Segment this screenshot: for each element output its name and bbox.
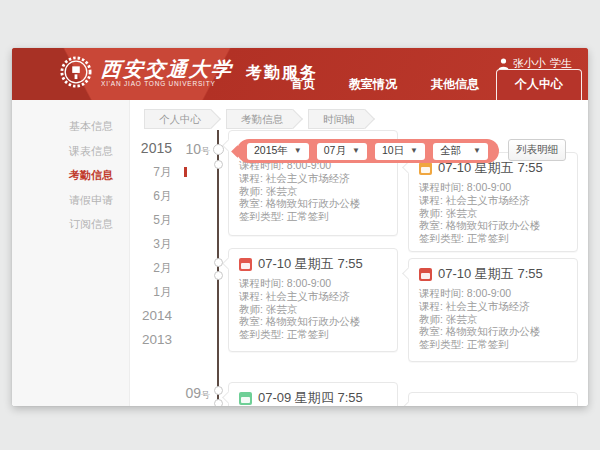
- brand-titles: 西安交通大学 XI'AN JIAO TONG UNIVERSITY: [101, 58, 233, 87]
- timeline-rail-label[interactable]: 2月: [130, 256, 182, 280]
- filter-bar: 2015年▼07月▼10日▼全部▼: [237, 139, 499, 163]
- timeline-rail-label[interactable]: 7月: [130, 160, 182, 184]
- card-field: 课程: 社会主义市场经济: [239, 172, 387, 185]
- calendar-icon: [239, 258, 252, 271]
- breadcrumb-item-3[interactable]: 时间轴: [308, 109, 365, 129]
- card-field: 课程时间: 8:00-9:00: [239, 277, 387, 290]
- card-title: 07-10 星期五 7:55: [438, 265, 543, 283]
- card-field: 课程时间: 8:00-9:00: [419, 181, 567, 194]
- nav-item-home[interactable]: 首页: [274, 70, 332, 100]
- timeline-rail-label[interactable]: 2013: [130, 328, 182, 352]
- card-field: 教师: 张芸京: [239, 185, 387, 198]
- timeline-rail-label[interactable]: 6月: [130, 184, 182, 208]
- filter-select-value: 2015年: [254, 144, 288, 158]
- caret-down-icon: ▼: [473, 147, 481, 155]
- timeline-rail-label[interactable]: 3月: [130, 232, 182, 256]
- timeline-rail: 20157月6月5月3月2月1月20142013: [130, 136, 182, 352]
- timeline-rail-label[interactable]: 1月: [130, 280, 182, 304]
- breadcrumb-item-1[interactable]: 个人中心: [144, 109, 211, 129]
- timeline-day-marker: 10号: [160, 140, 210, 158]
- card-header-row: 07-10 星期五 7:55: [419, 266, 567, 282]
- attendance-card: 07-10 星期五 7:55课程时间: 8:00-9:00课程: 社会主义市场经…: [408, 152, 578, 252]
- card-field: 课程: 社会主义市场经济: [239, 290, 387, 303]
- card-field: 教师: 张芸京: [239, 303, 387, 316]
- nav-item-classrooms[interactable]: 教室情况: [332, 70, 414, 100]
- filter-select-value: 全部: [440, 144, 461, 158]
- timeline-node: [214, 258, 223, 267]
- timeline-rail-label[interactable]: 5月: [130, 208, 182, 232]
- timeline-line: [217, 130, 219, 406]
- card-field: 课程: 社会主义市场经济: [419, 300, 567, 313]
- main-nav: 首页教室情况其他信息个人中心: [274, 74, 582, 100]
- filter-select-day[interactable]: 10日▼: [375, 143, 425, 160]
- timeline-node: [214, 386, 223, 395]
- timeline-node: [214, 399, 223, 406]
- day-number: 09: [185, 385, 201, 401]
- day-suffix: 号: [201, 390, 210, 400]
- card-field: 教室: 格物致知行政办公楼: [239, 315, 387, 328]
- sidebar-item-attendance-info[interactable]: 考勤信息: [12, 163, 129, 188]
- timeline-node: [214, 271, 223, 280]
- card-field: 教室: 格物致知行政办公楼: [419, 219, 567, 232]
- card-field: 教室: 格物致知行政办公楼: [239, 197, 387, 210]
- card-field: 教师: 张芸京: [419, 207, 567, 220]
- day-number: 10: [185, 141, 201, 157]
- calendar-icon: [419, 162, 432, 175]
- card-field: 签到类型: 正常签到: [239, 328, 387, 341]
- filter-select-year[interactable]: 2015年▼: [247, 143, 309, 160]
- card-field: 教室: 格物致知行政办公楼: [419, 325, 567, 338]
- attendance-card: 07-09 星期四 7:55: [228, 382, 398, 406]
- app-header: 西安交通大学 XI'AN JIAO TONG UNIVERSITY 考勤服务 张…: [12, 48, 588, 100]
- card-title: 07-10 星期五 7:55: [258, 255, 363, 273]
- university-seal-logo: [60, 56, 92, 88]
- timeline-rail-label[interactable]: 2014: [130, 304, 182, 328]
- calendar-icon: [419, 268, 432, 281]
- card-field: 教师: 张芸京: [419, 313, 567, 326]
- sidebar: 基本信息课表信息考勤信息请假申请订阅信息: [12, 100, 130, 406]
- card-field: 签到类型: 正常签到: [239, 210, 387, 223]
- filter-select-month[interactable]: 07月▼: [317, 143, 367, 160]
- card-field: 课程时间: 8:00-9:00: [419, 287, 567, 300]
- user-icon: [498, 58, 509, 70]
- attendance-card: 07-10 星期五 7:55课程时间: 8:00-9:00课程: 社会主义市场经…: [228, 248, 398, 352]
- nav-item-other-info[interactable]: 其他信息: [414, 70, 496, 100]
- sidebar-item-leave-application[interactable]: 请假申请: [12, 188, 129, 213]
- card-field: 签到类型: 正常签到: [419, 232, 567, 245]
- nav-item-personal-center[interactable]: 个人中心: [496, 69, 582, 100]
- filter-select-value: 07月: [324, 144, 346, 158]
- sidebar-item-subscription-info[interactable]: 订阅信息: [12, 212, 129, 237]
- timeline-node: [213, 144, 224, 155]
- content-area: 基本信息课表信息考勤信息请假申请订阅信息 个人中心考勤信息时间轴 20157月6…: [12, 100, 588, 406]
- calendar-icon: [239, 392, 252, 405]
- card-field: 课程: 社会主义市场经济: [419, 194, 567, 207]
- app-window: 西安交通大学 XI'AN JIAO TONG UNIVERSITY 考勤服务 张…: [12, 48, 588, 406]
- attendance-card: 07-10 星期五 7:55课程时间: 8:00-9:00课程: 社会主义市场经…: [408, 258, 578, 362]
- attendance-card: [408, 392, 578, 406]
- current-month-marker: [184, 167, 187, 177]
- card-header-row: 07-10 星期五 7:55: [239, 256, 387, 272]
- day-suffix: 号: [201, 146, 210, 156]
- list-detail-button[interactable]: 列表明细: [508, 139, 566, 161]
- card-header-row: 07-09 星期四 7:55: [239, 390, 387, 406]
- university-name-cn: 西安交通大学: [100, 58, 234, 80]
- card-title: 07-09 星期四 7:55: [258, 389, 363, 406]
- card-field: 签到类型: 正常签到: [419, 338, 567, 351]
- filter-select-type[interactable]: 全部▼: [433, 143, 488, 160]
- caret-down-icon: ▼: [410, 147, 418, 155]
- breadcrumb: 个人中心考勤信息时间轴: [144, 109, 380, 129]
- breadcrumb-item-2[interactable]: 考勤信息: [226, 109, 293, 129]
- filter-select-value: 10日: [382, 144, 404, 158]
- timeline-node: [214, 160, 223, 169]
- university-name-en: XI'AN JIAO TONG UNIVERSITY: [101, 80, 233, 87]
- timeline-day-marker: 09号: [160, 384, 210, 402]
- sidebar-item-basic-info[interactable]: 基本信息: [12, 114, 129, 139]
- caret-down-icon: ▼: [294, 147, 302, 155]
- sidebar-item-timetable-info[interactable]: 课表信息: [12, 139, 129, 164]
- caret-down-icon: ▼: [352, 147, 360, 155]
